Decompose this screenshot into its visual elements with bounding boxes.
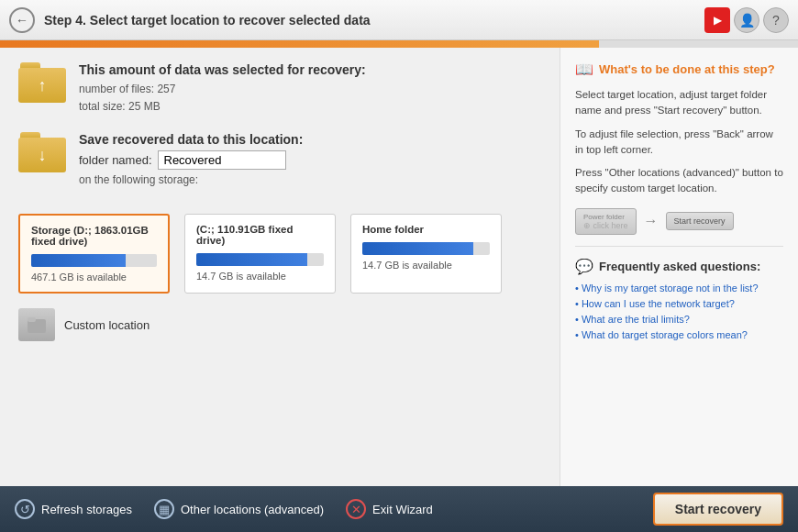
folder-body: ↑ — [18, 68, 66, 103]
upload-folder-icon: ↑ — [18, 62, 66, 103]
storage-label: on the following storage: — [79, 173, 303, 186]
storage-card-1[interactable]: (C:; 110.91GB fixed drive) 14.7 GB is av… — [184, 214, 336, 294]
save-location-block: ↓ Save recovered data to this location: … — [18, 132, 541, 197]
faq-title-text: Frequently asked questions: — [599, 260, 760, 273]
storage-progress-fill-1 — [196, 253, 307, 266]
faq-item-0[interactable]: Why is my target storage not in the list… — [575, 283, 783, 294]
main: ↑ This amount of data was selected for r… — [0, 48, 798, 486]
files-label: number of files: — [79, 83, 154, 95]
faq-icon: 💬 — [575, 258, 593, 275]
storage-card-2[interactable]: Home folder 14.7 GB is available — [350, 214, 502, 294]
step-label: Step 4. — [44, 13, 86, 28]
refresh-storages-button[interactable]: ↺ Refresh storages — [15, 499, 132, 519]
mini-folder-sublabel: ⊕ click here — [583, 221, 628, 230]
footer: ↺ Refresh storages ▦ Other locations (ad… — [0, 486, 798, 532]
files-count-line: number of files: 257 — [79, 81, 366, 98]
back-button[interactable]: ← — [9, 7, 35, 33]
mini-illustration: Power folder ⊕ click here → Start recove… — [575, 208, 783, 235]
storage-available-1: 14.7 GB is available — [196, 271, 324, 282]
storage-available-0: 467.1 GB is available — [31, 272, 157, 283]
mini-folder-button[interactable]: Power folder ⊕ click here — [575, 208, 637, 235]
size-value: 25 MB — [128, 100, 161, 113]
storage-progress-0 — [31, 254, 157, 267]
folder-name-row: folder named: — [79, 150, 303, 170]
divider — [575, 246, 783, 247]
header: ← Step 4. Select target location to reco… — [0, 0, 798, 40]
faq-title: 💬 Frequently asked questions: — [575, 258, 783, 275]
custom-location-icon — [18, 308, 55, 341]
help-para-3: Press "Other locations (advanced)" butto… — [575, 165, 783, 197]
folder-gray-icon — [27, 315, 47, 335]
faq-item-3[interactable]: What do target storage colors mean? — [575, 329, 783, 340]
storage-progress-fill-0 — [31, 254, 126, 267]
progress-fill — [0, 40, 599, 48]
custom-location-label: Custom location — [64, 318, 150, 332]
download-arrow-icon: ↓ — [39, 146, 47, 165]
mini-start-label: Start recovery — [674, 216, 726, 226]
storage-card-0-title: Storage (D:; 1863.01GB fixed drive) — [31, 225, 157, 247]
other-locations-label: Other locations (advanced) — [181, 503, 324, 516]
storage-card-0[interactable]: Storage (D:; 1863.01GB fixed drive) 467.… — [18, 214, 170, 294]
svg-rect-1 — [28, 317, 36, 322]
help-title-text: What's to be done at this step? — [599, 62, 775, 76]
faq-list: Why is my target storage not in the list… — [575, 283, 783, 340]
folder-name-label: folder named: — [79, 153, 152, 167]
help-para-2: To adjust file selection, press "Back" a… — [575, 127, 783, 159]
help-icon: 📖 — [575, 61, 593, 78]
exit-wizard-button[interactable]: ✕ Exit Wizard — [346, 499, 433, 519]
folder-name-input[interactable] — [158, 150, 286, 170]
save-location-text: Save recovered data to this location: fo… — [79, 132, 303, 197]
left-panel: ↑ This amount of data was selected for r… — [0, 48, 560, 486]
size-label: total size: — [79, 100, 126, 113]
storage-card-2-title: Home folder — [362, 224, 490, 235]
faq-section: 💬 Frequently asked questions: Why is my … — [575, 258, 783, 340]
youtube-button[interactable]: ▶ — [704, 7, 730, 33]
help-title: 📖 What's to be done at this step? — [575, 61, 783, 78]
faq-item-1[interactable]: How can I use the network target? — [575, 298, 783, 309]
header-title: Step 4. Select target location to recove… — [44, 13, 371, 28]
user-button[interactable]: 👤 — [734, 7, 759, 33]
files-count: 257 — [157, 83, 175, 95]
storage-cards: Storage (D:; 1863.01GB fixed drive) 467.… — [18, 214, 541, 294]
mini-start-button[interactable]: Start recovery — [666, 212, 734, 230]
progress-bar-row — [0, 40, 798, 48]
storage-card-1-title: (C:; 110.91GB fixed drive) — [196, 224, 324, 246]
help-button[interactable]: ? — [763, 7, 789, 33]
data-summary-text: This amount of data was selected for rec… — [79, 62, 366, 116]
mini-arrow-icon: → — [644, 213, 659, 229]
storage-progress-1 — [196, 253, 324, 266]
custom-location[interactable]: Custom location — [18, 308, 541, 341]
data-summary-block: ↑ This amount of data was selected for r… — [18, 62, 541, 116]
storage-progress-2 — [362, 242, 490, 255]
size-line: total size: 25 MB — [79, 98, 366, 116]
other-locations-button[interactable]: ▦ Other locations (advanced) — [154, 499, 324, 519]
exit-icon: ✕ — [346, 499, 366, 519]
exit-label: Exit Wizard — [372, 503, 433, 516]
header-icons: ▶ 👤 ? — [704, 7, 789, 33]
start-recovery-button[interactable]: Start recovery — [653, 493, 783, 526]
refresh-label: Refresh storages — [41, 503, 132, 516]
refresh-icon: ↺ — [15, 499, 35, 519]
mini-folder-label: Power folder — [583, 213, 628, 221]
right-panel: 📖 What's to be done at this step? Select… — [560, 48, 798, 486]
data-summary-title: This amount of data was selected for rec… — [79, 62, 366, 77]
save-location-title: Save recovered data to this location: — [79, 132, 303, 147]
storage-progress-fill-2 — [362, 242, 473, 255]
help-para-1: Select target location, adjust target fo… — [575, 87, 783, 119]
locations-icon: ▦ — [154, 499, 174, 519]
download-folder-icon: ↓ — [18, 132, 66, 172]
folder-body-2: ↓ — [18, 138, 66, 172]
storage-available-2: 14.7 GB is available — [362, 260, 490, 271]
upload-arrow-icon: ↑ — [39, 76, 47, 95]
header-title-text: Select target location to recover select… — [86, 13, 371, 28]
faq-item-2[interactable]: What are the trial limits? — [575, 314, 783, 325]
